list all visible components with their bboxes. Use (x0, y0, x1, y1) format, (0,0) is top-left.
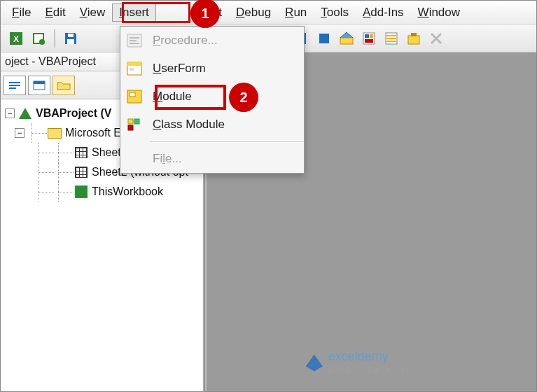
svg-rect-8 (365, 34, 369, 38)
tree-connector (34, 143, 54, 162)
collapse-icon[interactable]: − (5, 108, 15, 118)
watermark-brand: exceldemy (328, 349, 389, 363)
tree-connector (54, 162, 74, 182)
menu-edit[interactable]: Edit (38, 4, 72, 22)
menu-item-label: Procedure... (153, 34, 218, 48)
tree-label: VBAProject (V (36, 104, 111, 123)
svg-rect-4 (67, 39, 74, 44)
properties-icon[interactable] (382, 29, 401, 48)
menu-bar: File Edit View Insert at Debug Run Tools… (1, 1, 536, 24)
tree-workbook[interactable]: ThisWorkbook (5, 182, 200, 202)
view-object-icon[interactable] (28, 76, 50, 95)
class-module-icon (125, 115, 144, 134)
menu-debug[interactable]: Debug (229, 4, 278, 22)
svg-rect-24 (34, 81, 45, 84)
svg-rect-19 (130, 92, 135, 97)
toggle-folders-icon[interactable] (53, 76, 75, 95)
menu-insert[interactable]: Insert (112, 4, 156, 22)
svg-rect-5 (68, 34, 74, 37)
svg-text:X: X (13, 34, 19, 44)
watermark-tagline: EXCEL · DATA · BI (328, 367, 410, 374)
design-mode-icon[interactable] (337, 29, 356, 48)
annotation-callout-1: 1 (192, 0, 218, 27)
worksheet-icon (74, 146, 89, 160)
menu-addins[interactable]: Add-Ins (356, 4, 411, 22)
exceldemy-logo-icon (306, 355, 323, 372)
svg-rect-21 (134, 119, 139, 124)
menu-item-userform[interactable]: UserForm (120, 55, 304, 83)
menu-view[interactable]: View (73, 4, 113, 22)
userform-icon (125, 59, 144, 78)
menu-item-class-module[interactable]: Class Module (120, 111, 304, 139)
options-icon[interactable] (426, 29, 446, 48)
tree-label: Microsoft Ex (65, 123, 127, 143)
annotation-callout-2: 2 (230, 84, 257, 111)
stop-icon[interactable] (314, 29, 334, 48)
menu-item-label: Class Module (153, 118, 225, 132)
menu-run[interactable]: Run (278, 4, 314, 22)
menu-item-label: UserForm (153, 62, 206, 76)
toolbar-separator (54, 29, 55, 48)
view-code-icon[interactable] (4, 76, 26, 95)
module-icon (125, 88, 144, 106)
menu-separator (150, 141, 304, 142)
excel-icon[interactable]: X (6, 29, 26, 48)
tree-connector (27, 123, 47, 143)
thisworkbook-icon (74, 185, 89, 199)
menu-window[interactable]: Window (411, 4, 467, 22)
toolbox-icon[interactable] (404, 29, 424, 48)
svg-rect-9 (370, 34, 373, 38)
menu-file[interactable]: File (5, 4, 38, 22)
svg-point-3 (39, 39, 45, 45)
menu-item-module[interactable]: Module (120, 83, 304, 111)
tree-connector (34, 162, 54, 182)
vbaproject-icon (18, 106, 33, 120)
project-explorer-icon[interactable] (359, 29, 379, 48)
insert-object-icon[interactable] (29, 29, 48, 48)
tree-connector (34, 182, 54, 202)
save-icon[interactable] (61, 29, 81, 48)
blank-icon (125, 150, 144, 168)
svg-rect-17 (130, 68, 134, 71)
tree-label: ThisWorkbook (92, 182, 163, 202)
svg-rect-12 (408, 36, 419, 44)
svg-rect-13 (411, 33, 417, 36)
menu-item-label: Module (153, 90, 192, 104)
folder-icon (47, 126, 62, 140)
svg-rect-20 (128, 119, 133, 124)
worksheet-icon (74, 165, 89, 179)
svg-rect-6 (340, 38, 353, 44)
tree-connector (54, 182, 74, 202)
tree-connector (54, 143, 74, 162)
menu-item-procedure: Procedure... (120, 27, 304, 55)
svg-rect-22 (128, 125, 133, 130)
menu-tools[interactable]: Tools (314, 4, 356, 22)
collapse-icon[interactable]: − (15, 128, 25, 138)
insert-menu-dropdown: Procedure... UserForm Module Class Modul… (120, 26, 305, 174)
watermark: exceldemy EXCEL · DATA · BI (306, 350, 410, 376)
menu-item-label: File... (153, 152, 182, 166)
procedure-icon (125, 31, 144, 50)
svg-rect-16 (127, 62, 141, 66)
svg-rect-10 (365, 39, 373, 43)
menu-item-file: File... (120, 145, 304, 173)
